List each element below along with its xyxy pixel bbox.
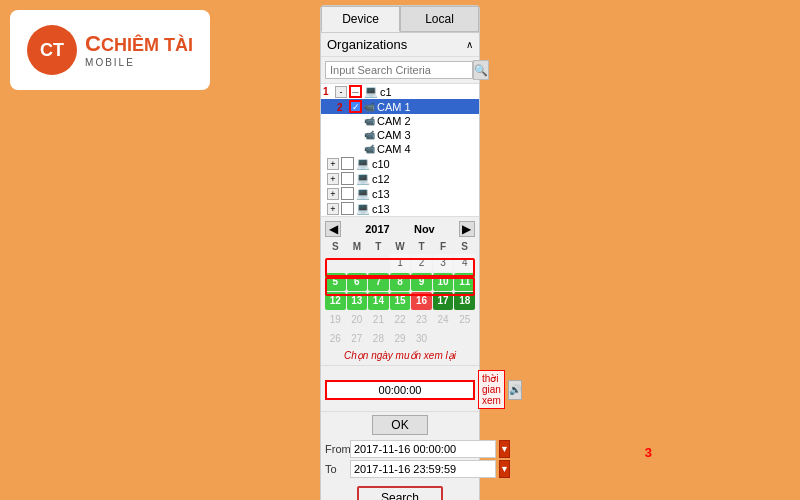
cal-cell-21[interactable]: 21: [368, 311, 389, 329]
tree-item-cam4[interactable]: 📹 CAM 4: [321, 142, 479, 156]
cal-cell-24[interactable]: 24: [433, 311, 454, 329]
cal-cell-3[interactable]: 3: [433, 254, 454, 272]
cal-cell-4[interactable]: 4: [454, 254, 475, 272]
tree-item-c13a[interactable]: + 💻 c13: [321, 186, 479, 201]
cal-cell-14[interactable]: 14: [368, 292, 389, 310]
cal-cell-25[interactable]: 25: [454, 311, 475, 329]
cal-cell-16[interactable]: 16: [411, 292, 432, 310]
cal-cell-11[interactable]: 11: [454, 273, 475, 291]
tree-label-c13a: c13: [372, 188, 390, 200]
time-speaker-btn[interactable]: 🔊: [508, 380, 522, 400]
tree-item-c1[interactable]: - ─ 💻 c1: [321, 84, 479, 99]
tree-label-c1: c1: [380, 86, 392, 98]
org-title: Organizations: [327, 37, 407, 52]
time-input[interactable]: [325, 380, 475, 400]
tree-item-c13b[interactable]: + 💻 c13: [321, 201, 479, 216]
tab-device[interactable]: Device: [321, 6, 400, 32]
org-chevron-icon[interactable]: ∧: [466, 39, 473, 50]
tree-label-c13b: c13: [372, 203, 390, 215]
search-button[interactable]: 🔍: [473, 60, 489, 80]
cal-header-s2: S: [454, 240, 475, 253]
cal-cell-27[interactable]: 27: [347, 330, 368, 348]
to-input[interactable]: [350, 460, 496, 478]
cal-cell-6[interactable]: 6: [347, 273, 368, 291]
tab-local[interactable]: Local: [400, 6, 479, 32]
check-c12[interactable]: [341, 172, 354, 185]
cal-cell-28[interactable]: 28: [368, 330, 389, 348]
tree-item-cam2[interactable]: 📹 CAM 2: [321, 114, 479, 128]
check-c10[interactable]: [341, 157, 354, 170]
cal-next-button[interactable]: ▶: [459, 221, 475, 237]
tree-label-cam1: CAM 1: [377, 101, 411, 113]
from-label: From: [325, 443, 347, 455]
check-c1[interactable]: ─: [349, 85, 362, 98]
cal-cell-1[interactable]: 1: [390, 254, 411, 272]
tree-item-c10[interactable]: + 💻 c10: [321, 156, 479, 171]
calendar-grid: S M T W T F S 1 2 3 4 5 6 7 8 9: [325, 240, 475, 348]
cal-cell-20[interactable]: 20: [347, 311, 368, 329]
cal-cell-22[interactable]: 22: [390, 311, 411, 329]
cal-cell-23[interactable]: 23: [411, 311, 432, 329]
to-dropdown-btn[interactable]: ▼: [499, 460, 510, 478]
logo-brand-name: CCHIÊM TÀI: [85, 32, 193, 56]
calendar-nav: ◀ 2017 Nov ▶: [325, 221, 475, 237]
check-c13a[interactable]: [341, 187, 354, 200]
cal-cell-15[interactable]: 15: [390, 292, 411, 310]
calendar-grid-wrapper: S M T W T F S 1 2 3 4 5 6 7 8 9: [325, 240, 475, 348]
pc-icon-c10: 💻: [356, 157, 370, 170]
cal-cell-19[interactable]: 19: [325, 311, 346, 329]
search-input[interactable]: [325, 61, 473, 79]
pc-icon-c12: 💻: [356, 172, 370, 185]
from-dropdown-icon: ▼: [500, 444, 509, 454]
cal-cell-17[interactable]: 17: [433, 292, 454, 310]
cal-cell-18[interactable]: 18: [454, 292, 475, 310]
calendar-year: 2017: [365, 223, 389, 235]
tree-item-c12[interactable]: + 💻 c12: [321, 171, 479, 186]
search-action-button[interactable]: Search: [357, 486, 443, 500]
from-dropdown-btn[interactable]: ▼: [499, 440, 510, 458]
tree-label-cam4: CAM 4: [377, 143, 411, 155]
tree-item-cam1[interactable]: ✓ 📹 CAM 1: [321, 99, 479, 114]
expand-icon-c1[interactable]: -: [335, 86, 347, 98]
expand-icon-c10[interactable]: +: [327, 158, 339, 170]
cal-cell-7[interactable]: 7: [368, 273, 389, 291]
cal-cell-8[interactable]: 8: [390, 273, 411, 291]
calendar-section: ◀ 2017 Nov ▶ S M T W T F S 1 2 3: [321, 217, 479, 366]
tree-item-cam3[interactable]: 📹 CAM 3: [321, 128, 479, 142]
cal-cell-9[interactable]: 9: [411, 273, 432, 291]
org-header: Organizations ∧: [321, 33, 479, 57]
ok-button[interactable]: OK: [372, 415, 427, 435]
tree-area: 1 - ─ 💻 c1 2 ✓ 📹 CAM 1 📹 CAM 2 📹: [321, 84, 479, 217]
cal-cell-5[interactable]: 5: [325, 273, 346, 291]
cal-cell-30[interactable]: 30: [411, 330, 432, 348]
cal-cell-empty5: [454, 330, 475, 348]
cal-header-t2: T: [411, 240, 432, 253]
cal-cell-empty4: [433, 330, 454, 348]
cal-cell-29[interactable]: 29: [390, 330, 411, 348]
annotation-3: 3: [645, 445, 652, 460]
cal-cell-12[interactable]: 12: [325, 292, 346, 310]
cal-cell-10[interactable]: 10: [433, 273, 454, 291]
check-c13b[interactable]: [341, 202, 354, 215]
cal-cell-2[interactable]: 2: [411, 254, 432, 272]
expand-icon-c13b[interactable]: +: [327, 203, 339, 215]
cal-header-w: W: [390, 240, 411, 253]
cam-icon-cam3: 📹: [364, 130, 375, 140]
cam-icon-cam2: 📹: [364, 116, 375, 126]
tree-label-cam3: CAM 3: [377, 129, 411, 141]
pc-icon-c13b: 💻: [356, 202, 370, 215]
cal-cell-13[interactable]: 13: [347, 292, 368, 310]
ok-row: OK: [321, 412, 479, 438]
annotation-row1: 1: [323, 86, 329, 97]
cal-cell-empty2: [347, 254, 368, 272]
tab-bar: Device Local: [321, 6, 479, 33]
main-panel: Device Local Organizations ∧ 🔍 1 - ─ 💻 c…: [320, 5, 480, 500]
from-input[interactable]: [350, 440, 496, 458]
logo-area: CT CCHIÊM TÀI MOBILE: [10, 10, 210, 90]
tree-label-c10: c10: [372, 158, 390, 170]
cal-prev-button[interactable]: ◀: [325, 221, 341, 237]
expand-icon-c12[interactable]: +: [327, 173, 339, 185]
check-cam1[interactable]: ✓: [349, 100, 362, 113]
expand-icon-c13a[interactable]: +: [327, 188, 339, 200]
cal-cell-26[interactable]: 26: [325, 330, 346, 348]
